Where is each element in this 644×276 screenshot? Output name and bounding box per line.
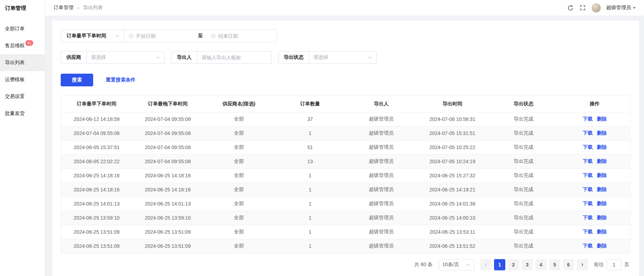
time-type-select[interactable]: 订单最早下单时间 — [61, 30, 124, 42]
breadcrumb-item-export-list: 导出列表 — [83, 5, 103, 11]
download-link[interactable]: 下载 — [583, 201, 592, 206]
table-cell: 超级管理员 — [346, 168, 417, 183]
sidebar-item-freight-template[interactable]: 运费模板 — [0, 71, 45, 88]
column-header: 导出状态 — [488, 96, 559, 112]
after-sales-count-badge: 41 — [25, 40, 33, 46]
delete-link[interactable]: 删除 — [597, 201, 607, 206]
sidebar-item-export-list[interactable]: 导出列表 — [0, 54, 45, 71]
table-row: 2024-06-25 14:18:162024-06-25 14:18:16全部… — [61, 168, 630, 183]
delete-link[interactable]: 删除 — [597, 130, 607, 136]
table-cell: 2024-07-04 09:55:08 — [132, 126, 204, 140]
delete-link[interactable]: 删除 — [597, 116, 607, 122]
table-row: 2024-06-25 13:51:092024-06-25 13:51:09全部… — [61, 239, 630, 253]
delete-link[interactable]: 删除 — [597, 229, 607, 234]
table-cell: 1 — [275, 126, 346, 140]
date-range-filter: 订单最早下单时间 至 — [61, 30, 277, 42]
page-list: 123456 — [494, 259, 574, 270]
column-header: 订单数量 — [275, 96, 346, 112]
table-cell: 导出完成 — [488, 168, 559, 183]
download-link[interactable]: 下载 — [583, 215, 592, 220]
table-cell: 13 — [275, 154, 346, 168]
goto-suffix-label: 页 — [624, 262, 629, 268]
delete-link[interactable]: 删除 — [597, 215, 607, 220]
page-button[interactable]: 4 — [535, 259, 547, 270]
sidebar-item-label: 导出列表 — [5, 60, 25, 66]
download-link[interactable]: 下载 — [583, 186, 592, 192]
export-status-filter-group: 导出状态 请选择 — [278, 51, 377, 64]
sidebar-item-trade-settings[interactable]: 交易设置 — [0, 88, 45, 105]
sidebar-item-after-sales[interactable]: 售后维权 41 — [0, 37, 45, 54]
chevron-down-icon — [156, 55, 160, 60]
table-cell: 全部 — [203, 239, 275, 253]
table-cell: 2024-06-25 14:01:13 — [132, 197, 204, 211]
prev-page-button[interactable] — [480, 259, 492, 270]
fullscreen-icon[interactable] — [579, 4, 586, 11]
delete-link[interactable]: 删除 — [597, 172, 607, 178]
actions-cell: 下载删除 — [559, 154, 630, 168]
table-cell: 1 — [275, 197, 346, 211]
sidebar-item-batch-shipping[interactable]: 批量发货 — [0, 105, 45, 122]
download-link[interactable]: 下载 — [583, 229, 592, 234]
page-button[interactable]: 5 — [549, 259, 560, 270]
download-link[interactable]: 下载 — [583, 130, 592, 136]
table-cell: 导出完成 — [488, 211, 559, 225]
actions-cell: 下载删除 — [559, 112, 630, 126]
table-cell: 2024-06-25 15:27:32 — [417, 168, 488, 183]
goto-page-input[interactable] — [607, 259, 621, 270]
chevron-down-icon — [115, 34, 120, 38]
table-cell: 导出完成 — [488, 239, 559, 253]
table-cell: 1 — [275, 239, 346, 253]
breadcrumb-item-order-management[interactable]: 订单管理 — [54, 5, 73, 11]
next-page-button[interactable] — [577, 259, 588, 270]
table-cell: 2024-06-25 14:19:21 — [417, 183, 488, 197]
table-cell: 超级管理员 — [346, 126, 417, 140]
sidebar-item-label: 运费模板 — [5, 76, 25, 83]
pagination: 共 60 条 10条/页 123456 前往 — [61, 259, 631, 270]
supplier-select[interactable]: 请选择 — [87, 51, 164, 63]
table-cell: 全部 — [203, 112, 275, 126]
goto-prefix-label: 前往 — [594, 262, 604, 268]
download-link[interactable]: 下载 — [583, 116, 592, 122]
download-link[interactable]: 下载 — [583, 243, 592, 249]
download-link[interactable]: 下载 — [583, 158, 592, 164]
reset-search-link[interactable]: 重置搜索条件 — [106, 77, 136, 83]
sidebar-item-label: 批量发货 — [5, 110, 25, 117]
page-button-active[interactable]: 1 — [494, 259, 505, 270]
table-cell: 2024-07-05 15:31:51 — [417, 126, 488, 140]
delete-link[interactable]: 删除 — [597, 186, 607, 192]
table-cell: 2024-06-25 14:18:16 — [132, 183, 204, 197]
delete-link[interactable]: 删除 — [597, 144, 607, 150]
column-header: 订单最晚下单时间 — [132, 96, 204, 112]
end-date-input[interactable] — [218, 33, 260, 39]
page-button[interactable]: 6 — [563, 259, 574, 270]
delete-link[interactable]: 删除 — [597, 158, 607, 164]
page-button[interactable]: 2 — [508, 259, 519, 270]
table-row: 2024-06-05 22:02:222024-07-04 09:55:08全部… — [61, 154, 630, 168]
page-size-value: 10条/页 — [443, 262, 459, 268]
table-cell: 2024-06-25 14:01:38 — [417, 197, 488, 211]
actions-cell: 下载删除 — [559, 225, 630, 239]
export-status-select[interactable]: 请选择 — [309, 51, 376, 63]
supplier-label: 供应商 — [61, 51, 87, 63]
page-size-select[interactable]: 10条/页 — [439, 259, 474, 270]
start-date-segment — [128, 33, 190, 39]
column-header: 订单最早下单时间 — [61, 96, 132, 112]
sidebar-item-all-orders[interactable]: 全部订单 — [0, 20, 45, 37]
user-menu[interactable]: 超级管理员 — [606, 5, 636, 11]
delete-link[interactable]: 删除 — [597, 243, 607, 249]
actions-cell: 下载删除 — [559, 126, 630, 140]
download-link[interactable]: 下载 — [583, 172, 592, 178]
user-avatar[interactable] — [591, 3, 601, 13]
table-cell: 2024-06-25 13:59:10 — [61, 211, 132, 225]
page-button[interactable]: 3 — [522, 259, 533, 270]
search-button[interactable]: 搜索 — [61, 74, 93, 86]
exporter-input[interactable] — [201, 55, 267, 60]
table-cell: 导出完成 — [488, 183, 559, 197]
start-date-input[interactable] — [136, 33, 178, 39]
table-row: 2024-06-05 15:37:512024-07-04 09:55:08全部… — [61, 140, 630, 154]
actions-cell: 下载删除 — [559, 197, 630, 211]
table-cell: 导出完成 — [488, 154, 559, 168]
download-link[interactable]: 下载 — [583, 144, 592, 150]
table-cell: 2024-06-25 13:51:09 — [61, 239, 132, 253]
refresh-icon[interactable] — [567, 4, 574, 11]
